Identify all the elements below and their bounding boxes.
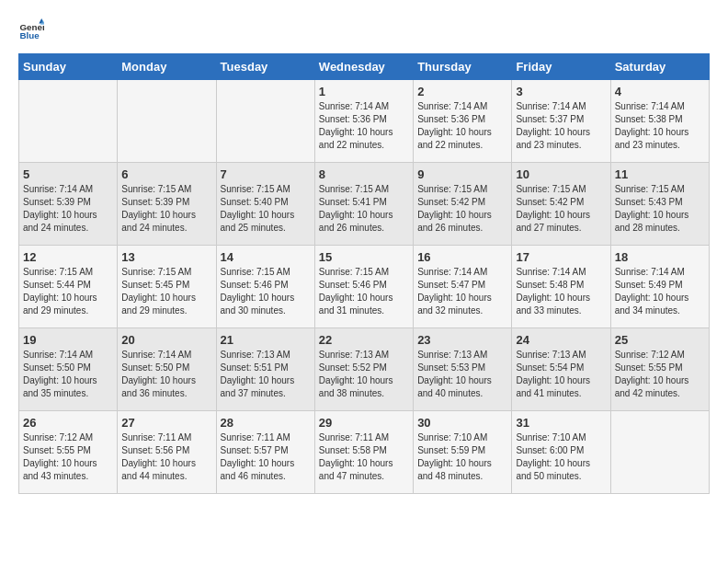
- day-info: Sunrise: 7:11 AM Sunset: 5:56 PM Dayligh…: [121, 431, 211, 483]
- day-info: Sunrise: 7:14 AM Sunset: 5:47 PM Dayligh…: [417, 266, 507, 317]
- calendar-cell: 24Sunrise: 7:13 AM Sunset: 5:54 PM Dayli…: [512, 328, 610, 411]
- day-info: Sunrise: 7:15 AM Sunset: 5:46 PM Dayligh…: [221, 266, 311, 317]
- day-number: 23: [417, 333, 507, 347]
- day-number: 6: [121, 167, 211, 181]
- header-day-friday: Friday: [512, 54, 610, 80]
- calendar-week-2: 5Sunrise: 7:14 AM Sunset: 5:39 PM Daylig…: [19, 163, 710, 246]
- day-number: 9: [417, 167, 507, 181]
- calendar-cell: 25Sunrise: 7:12 AM Sunset: 5:55 PM Dayli…: [610, 328, 709, 411]
- day-info: Sunrise: 7:14 AM Sunset: 5:36 PM Dayligh…: [417, 100, 507, 152]
- day-info: Sunrise: 7:13 AM Sunset: 5:51 PM Dayligh…: [221, 349, 311, 400]
- day-info: Sunrise: 7:15 AM Sunset: 5:45 PM Dayligh…: [121, 266, 211, 317]
- day-number: 10: [516, 167, 606, 181]
- calendar-cell: 8Sunrise: 7:15 AM Sunset: 5:41 PM Daylig…: [314, 163, 413, 246]
- calendar-cell: [118, 80, 216, 163]
- day-number: 17: [516, 250, 606, 264]
- day-info: Sunrise: 7:15 AM Sunset: 5:41 PM Dayligh…: [319, 183, 409, 235]
- day-number: 11: [615, 167, 705, 181]
- day-number: 7: [221, 167, 311, 181]
- calendar-week-4: 19Sunrise: 7:14 AM Sunset: 5:50 PM Dayli…: [19, 328, 710, 411]
- header-day-sunday: Sunday: [19, 54, 118, 80]
- calendar-week-1: 1Sunrise: 7:14 AM Sunset: 5:36 PM Daylig…: [19, 80, 710, 163]
- header-day-wednesday: Wednesday: [314, 54, 413, 80]
- page-header: General Blue: [18, 18, 710, 44]
- calendar-cell: 27Sunrise: 7:11 AM Sunset: 5:56 PM Dayli…: [118, 411, 216, 494]
- day-info: Sunrise: 7:14 AM Sunset: 5:36 PM Dayligh…: [319, 100, 409, 152]
- calendar-cell: 18Sunrise: 7:14 AM Sunset: 5:49 PM Dayli…: [610, 246, 709, 328]
- day-number: 4: [615, 85, 705, 98]
- day-info: Sunrise: 7:14 AM Sunset: 5:48 PM Dayligh…: [516, 266, 606, 317]
- header-day-thursday: Thursday: [414, 54, 512, 80]
- header-day-saturday: Saturday: [610, 54, 709, 80]
- day-info: Sunrise: 7:14 AM Sunset: 5:50 PM Dayligh…: [23, 349, 113, 400]
- calendar-cell: [610, 411, 709, 494]
- calendar-cell: 7Sunrise: 7:15 AM Sunset: 5:40 PM Daylig…: [216, 163, 314, 246]
- day-number: 20: [121, 333, 211, 347]
- day-number: 5: [23, 167, 113, 181]
- calendar-cell: 20Sunrise: 7:14 AM Sunset: 5:50 PM Dayli…: [118, 328, 216, 411]
- calendar-week-5: 26Sunrise: 7:12 AM Sunset: 5:55 PM Dayli…: [19, 411, 710, 494]
- calendar-cell: 1Sunrise: 7:14 AM Sunset: 5:36 PM Daylig…: [314, 80, 413, 163]
- calendar-cell: 21Sunrise: 7:13 AM Sunset: 5:51 PM Dayli…: [216, 328, 314, 411]
- calendar-cell: 31Sunrise: 7:10 AM Sunset: 6:00 PM Dayli…: [512, 411, 610, 494]
- day-number: 3: [516, 85, 606, 98]
- day-info: Sunrise: 7:11 AM Sunset: 5:58 PM Dayligh…: [319, 431, 409, 483]
- calendar-cell: 9Sunrise: 7:15 AM Sunset: 5:42 PM Daylig…: [414, 163, 512, 246]
- calendar-cell: 11Sunrise: 7:15 AM Sunset: 5:43 PM Dayli…: [610, 163, 709, 246]
- calendar-cell: 6Sunrise: 7:15 AM Sunset: 5:39 PM Daylig…: [118, 163, 216, 246]
- day-number: 19: [23, 333, 113, 347]
- day-number: 12: [23, 250, 113, 264]
- day-info: Sunrise: 7:14 AM Sunset: 5:49 PM Dayligh…: [615, 266, 705, 317]
- day-number: 30: [417, 416, 507, 430]
- calendar-cell: 19Sunrise: 7:14 AM Sunset: 5:50 PM Dayli…: [19, 328, 118, 411]
- calendar-cell: 10Sunrise: 7:15 AM Sunset: 5:42 PM Dayli…: [512, 163, 610, 246]
- day-info: Sunrise: 7:15 AM Sunset: 5:42 PM Dayligh…: [417, 183, 507, 235]
- day-number: 18: [615, 250, 705, 264]
- day-info: Sunrise: 7:12 AM Sunset: 5:55 PM Dayligh…: [615, 349, 705, 400]
- day-info: Sunrise: 7:10 AM Sunset: 6:00 PM Dayligh…: [516, 431, 606, 483]
- day-info: Sunrise: 7:14 AM Sunset: 5:38 PM Dayligh…: [615, 100, 705, 152]
- day-number: 21: [221, 333, 311, 347]
- day-info: Sunrise: 7:10 AM Sunset: 5:59 PM Dayligh…: [417, 431, 507, 483]
- day-number: 27: [121, 416, 211, 430]
- header-day-tuesday: Tuesday: [216, 54, 314, 80]
- svg-text:Blue: Blue: [19, 30, 40, 40]
- day-info: Sunrise: 7:14 AM Sunset: 5:37 PM Dayligh…: [516, 100, 606, 152]
- logo: General Blue: [18, 18, 48, 44]
- calendar-cell: 22Sunrise: 7:13 AM Sunset: 5:52 PM Dayli…: [314, 328, 413, 411]
- calendar-cell: 12Sunrise: 7:15 AM Sunset: 5:44 PM Dayli…: [19, 246, 118, 328]
- day-info: Sunrise: 7:12 AM Sunset: 5:55 PM Dayligh…: [23, 431, 113, 483]
- day-info: Sunrise: 7:13 AM Sunset: 5:52 PM Dayligh…: [319, 349, 409, 400]
- calendar-cell: 4Sunrise: 7:14 AM Sunset: 5:38 PM Daylig…: [610, 80, 709, 163]
- calendar-cell: 23Sunrise: 7:13 AM Sunset: 5:53 PM Dayli…: [414, 328, 512, 411]
- day-number: 25: [615, 333, 705, 347]
- day-info: Sunrise: 7:14 AM Sunset: 5:50 PM Dayligh…: [121, 349, 211, 400]
- day-info: Sunrise: 7:15 AM Sunset: 5:42 PM Dayligh…: [516, 183, 606, 235]
- calendar-table: SundayMondayTuesdayWednesdayThursdayFrid…: [18, 53, 710, 494]
- day-number: 16: [417, 250, 507, 264]
- day-info: Sunrise: 7:15 AM Sunset: 5:43 PM Dayligh…: [615, 183, 705, 235]
- header-day-monday: Monday: [118, 54, 216, 80]
- day-info: Sunrise: 7:11 AM Sunset: 5:57 PM Dayligh…: [221, 431, 311, 483]
- day-number: 24: [516, 333, 606, 347]
- day-number: 1: [319, 85, 409, 98]
- calendar-cell: 28Sunrise: 7:11 AM Sunset: 5:57 PM Dayli…: [216, 411, 314, 494]
- calendar-header-row: SundayMondayTuesdayWednesdayThursdayFrid…: [19, 54, 710, 80]
- calendar-cell: [19, 80, 118, 163]
- day-number: 29: [319, 416, 409, 430]
- day-info: Sunrise: 7:15 AM Sunset: 5:44 PM Dayligh…: [23, 266, 113, 317]
- calendar-cell: 16Sunrise: 7:14 AM Sunset: 5:47 PM Dayli…: [414, 246, 512, 328]
- day-number: 31: [516, 416, 606, 430]
- day-number: 13: [121, 250, 211, 264]
- calendar-cell: 5Sunrise: 7:14 AM Sunset: 5:39 PM Daylig…: [19, 163, 118, 246]
- calendar-cell: 13Sunrise: 7:15 AM Sunset: 5:45 PM Dayli…: [118, 246, 216, 328]
- calendar-cell: 30Sunrise: 7:10 AM Sunset: 5:59 PM Dayli…: [414, 411, 512, 494]
- calendar-cell: 17Sunrise: 7:14 AM Sunset: 5:48 PM Dayli…: [512, 246, 610, 328]
- calendar-cell: 26Sunrise: 7:12 AM Sunset: 5:55 PM Dayli…: [19, 411, 118, 494]
- day-number: 22: [319, 333, 409, 347]
- day-number: 14: [221, 250, 311, 264]
- day-number: 28: [221, 416, 311, 430]
- day-number: 2: [417, 85, 507, 98]
- day-info: Sunrise: 7:15 AM Sunset: 5:46 PM Dayligh…: [319, 266, 409, 317]
- calendar-cell: 3Sunrise: 7:14 AM Sunset: 5:37 PM Daylig…: [512, 80, 610, 163]
